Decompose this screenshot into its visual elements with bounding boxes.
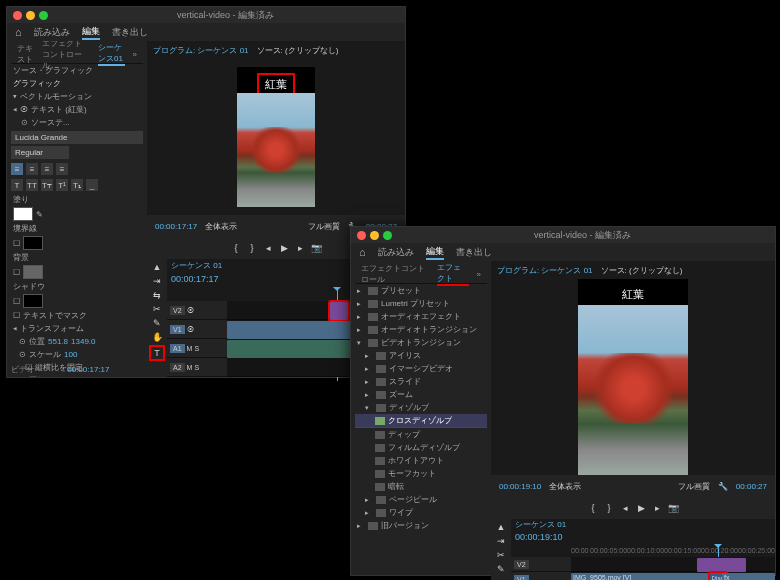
smallcaps-icon[interactable]: Tᴛ xyxy=(41,179,53,191)
export-frame-icon[interactable]: 📷 xyxy=(309,241,323,255)
fx-immersive[interactable]: ▸イマーシブビデオ xyxy=(355,362,487,375)
ripple-tool-icon[interactable]: ⇆ xyxy=(151,289,163,301)
maximize-icon[interactable] xyxy=(383,231,392,240)
track-head-a2[interactable]: A2MS xyxy=(167,358,227,377)
prop-position[interactable]: ⊙ 位置 551.8 1349.0 xyxy=(11,335,143,348)
prop-vector-motion[interactable]: ▸ベクトルモーション xyxy=(11,90,143,103)
fx-iris[interactable]: ▸アイリス xyxy=(355,349,487,362)
fx-film-dissolve[interactable]: フィルムディゾルブ xyxy=(355,441,487,454)
video-clip-1[interactable]: IMG_9505.mov [V] xyxy=(571,573,718,580)
video-clip-2[interactable]: fx xyxy=(722,573,775,580)
selection-tool-icon[interactable]: ▲ xyxy=(495,521,507,533)
tab-edit[interactable]: 編集 xyxy=(426,245,444,260)
type-tool-icon[interactable]: T xyxy=(149,345,165,361)
step-back-icon[interactable]: ◂ xyxy=(618,501,632,515)
prop-source-text[interactable]: ⊙ ソーステ... xyxy=(11,116,143,129)
mark-in-icon[interactable]: { xyxy=(586,501,600,515)
minimize-icon[interactable] xyxy=(26,11,35,20)
underline-icon[interactable]: _ xyxy=(86,179,98,191)
timeline-timecode[interactable]: 00:00:17:17 xyxy=(171,274,219,284)
align-right-icon[interactable]: ≡ xyxy=(41,163,53,175)
eyedropper-icon[interactable]: ✎ xyxy=(36,210,43,219)
timeline-timecode[interactable]: 00:00:19:10 xyxy=(515,532,563,542)
tab-program[interactable]: プログラム: シーケンス 01 xyxy=(497,265,593,276)
step-fwd-icon[interactable]: ▸ xyxy=(293,241,307,255)
fx-slide[interactable]: ▸スライド xyxy=(355,375,487,388)
prop-mask[interactable]: ☐ テキストでマスク xyxy=(11,309,143,322)
fx-video-transitions[interactable]: ▾ビデオトランジション xyxy=(355,336,487,349)
prop-scale[interactable]: ⊙ スケール 100 xyxy=(11,348,143,361)
align-left-icon[interactable]: ≡ xyxy=(11,163,23,175)
tab-source[interactable]: ソース: (クリップなし) xyxy=(601,265,683,276)
fx-zoom[interactable]: ▸ズーム xyxy=(355,388,487,401)
tab-text[interactable]: テキスト xyxy=(17,43,34,65)
timecode-current[interactable]: 00:00:17:17 xyxy=(155,222,197,231)
prop-text-layer[interactable]: ▾⦿ テキスト (紅葉) xyxy=(11,103,143,116)
fx-cross-dissolve[interactable]: クロスディゾルブ xyxy=(355,414,487,428)
razor-tool-icon[interactable]: ✂ xyxy=(495,549,507,561)
close-icon[interactable] xyxy=(13,11,22,20)
bg-swatch[interactable] xyxy=(23,265,43,279)
time-ruler[interactable]: 00:00 00:00:05:00 00:00:10:00 00:00:15:0… xyxy=(571,547,775,557)
panel-menu-icon[interactable]: » xyxy=(133,50,137,59)
selection-tool-icon[interactable]: ▲ xyxy=(151,261,163,273)
track-head-a1[interactable]: A1MS xyxy=(167,339,227,358)
track-select-tool-icon[interactable]: ⇥ xyxy=(151,275,163,287)
fx-wipe[interactable]: ▸ワイプ xyxy=(355,506,487,519)
fx-dissolve[interactable]: ▾ディゾルブ xyxy=(355,401,487,414)
tab-source[interactable]: ソース: (クリップなし) xyxy=(257,45,339,56)
tab-edit[interactable]: 編集 xyxy=(82,25,100,40)
step-back-icon[interactable]: ◂ xyxy=(261,241,275,255)
fx-morph[interactable]: モーフカット xyxy=(355,467,487,480)
font-family-select[interactable]: Lucida Grande xyxy=(11,131,143,144)
fx-audio-transitions[interactable]: ▸オーディオトランジション xyxy=(355,323,487,336)
font-weight-select[interactable]: Regular xyxy=(11,146,69,159)
track-select-tool-icon[interactable]: ⇥ xyxy=(495,535,507,547)
mark-in-icon[interactable]: { xyxy=(229,241,243,255)
track-head-v1[interactable]: V1 xyxy=(511,572,571,580)
step-fwd-icon[interactable]: ▸ xyxy=(650,501,664,515)
track-head-v1[interactable]: V1⦿ xyxy=(167,320,227,339)
program-monitor[interactable]: 紅葉 xyxy=(491,279,775,475)
razor-tool-icon[interactable]: ✂ xyxy=(151,303,163,315)
tab-sequence[interactable]: シーケンス01 xyxy=(98,42,125,66)
pen-tool-icon[interactable]: ✎ xyxy=(495,563,507,575)
wrench-icon[interactable]: 🔧 xyxy=(718,482,728,491)
tab-effects[interactable]: エフェクト xyxy=(437,262,468,286)
fx-lumetri[interactable]: ▸Lumetri プリセット xyxy=(355,297,487,310)
fx-whiteout[interactable]: ホワイトアウト xyxy=(355,454,487,467)
faux-bold-icon[interactable]: T xyxy=(11,179,23,191)
superscript-icon[interactable]: T¹ xyxy=(56,179,68,191)
timecode-current[interactable]: 00:00:19:10 xyxy=(499,482,541,491)
subscript-icon[interactable]: T₁ xyxy=(71,179,83,191)
faux-italic-icon[interactable]: TT xyxy=(26,179,38,191)
tab-import[interactable]: 読み込み xyxy=(378,246,414,259)
quality-select[interactable]: フル画質 xyxy=(678,481,710,492)
fx-black[interactable]: 暗転 xyxy=(355,480,487,493)
shadow-swatch[interactable] xyxy=(23,294,43,308)
export-frame-icon[interactable]: 📷 xyxy=(666,501,680,515)
home-icon[interactable]: ⌂ xyxy=(359,246,366,258)
tab-effect-controls[interactable]: エフェクトコントロール xyxy=(361,263,429,285)
fx-dip[interactable]: ディップ xyxy=(355,428,487,441)
sequence-tab[interactable]: シーケンス 01 xyxy=(171,260,222,271)
stroke-swatch[interactable] xyxy=(23,236,43,250)
fx-audio-effects[interactable]: ▸オーディオエフェクト xyxy=(355,310,487,323)
fit-select[interactable]: 全体表示 xyxy=(205,221,237,232)
tab-import[interactable]: 読み込み xyxy=(34,26,70,39)
fit-select[interactable]: 全体表示 xyxy=(549,481,581,492)
fx-old[interactable]: ▸旧バージョン xyxy=(355,519,487,532)
mark-out-icon[interactable]: } xyxy=(245,241,259,255)
play-icon[interactable]: ▶ xyxy=(277,241,291,255)
pen-tool-icon[interactable]: ✎ xyxy=(151,317,163,329)
minimize-icon[interactable] xyxy=(370,231,379,240)
maximize-icon[interactable] xyxy=(39,11,48,20)
quality-select[interactable]: フル画質 xyxy=(308,221,340,232)
mark-out-icon[interactable]: } xyxy=(602,501,616,515)
close-icon[interactable] xyxy=(357,231,366,240)
fill-swatch[interactable] xyxy=(13,207,33,221)
align-justify-icon[interactable]: ≡ xyxy=(56,163,68,175)
prop-transform[interactable]: ▾トランスフォーム xyxy=(11,322,143,335)
program-monitor[interactable]: 紅葉 xyxy=(147,59,405,215)
tab-export[interactable]: 書き出し xyxy=(112,26,148,39)
